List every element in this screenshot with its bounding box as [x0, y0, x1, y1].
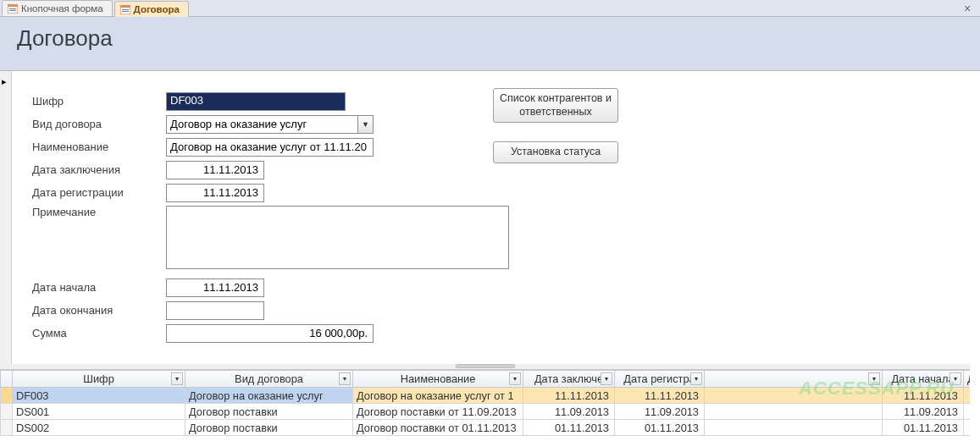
grid: Шифр▾ Вид договора▾ Наименование▾ Дата з… — [0, 370, 970, 436]
col-kind[interactable]: Вид договора▾ — [185, 371, 353, 388]
cell-cipher[interactable]: DF003 — [13, 388, 185, 404]
cell-date-start[interactable]: 11.11.2013 — [883, 388, 964, 404]
col-label: Д — [967, 372, 970, 385]
cell-name[interactable]: Договор поставки от 01.11.2013 — [353, 420, 523, 436]
col-label: Дата регистра — [623, 372, 695, 385]
name-field[interactable] — [166, 138, 374, 157]
row-selector[interactable] — [1, 404, 13, 420]
row-selector[interactable] — [1, 420, 13, 436]
row-selector[interactable] — [1, 388, 13, 404]
label-date-concl: Дата заключения — [32, 163, 166, 176]
chevron-down-icon[interactable]: ▾ — [509, 372, 521, 385]
tab-button-form[interactable]: Кнопочная форма — [2, 0, 113, 16]
label-kind: Вид договора — [32, 118, 166, 130]
col-blank[interactable]: ▾ — [705, 371, 883, 388]
label-sum: Сумма — [32, 327, 166, 339]
cell-kind[interactable]: Договор поставки — [185, 404, 353, 420]
chevron-down-icon[interactable]: ▾ — [868, 372, 880, 385]
cell-cipher[interactable]: DS001 — [13, 404, 185, 420]
kind-combo[interactable]: ▼ — [166, 115, 374, 134]
col-label: Дата начала — [891, 372, 954, 385]
cell-date-reg[interactable]: 11.09.2013 — [615, 404, 705, 420]
cell-blank[interactable] — [705, 420, 883, 436]
chevron-down-icon[interactable]: ▾ — [601, 372, 612, 385]
form-header: Договора — [0, 17, 980, 71]
cell-date-reg[interactable]: 01.11.2013 — [615, 420, 705, 436]
chevron-down-icon[interactable]: ▼ — [357, 116, 373, 133]
label-name: Наименование — [32, 141, 166, 153]
tab-contracts[interactable]: Договора — [114, 1, 189, 17]
tab-strip: Кнопочная форма Договора × — [0, 0, 980, 17]
col-date-concl[interactable]: Дата заключе▾ — [523, 371, 615, 388]
cell-date-concl[interactable]: 01.11.2013 — [523, 420, 615, 436]
cell-date-start[interactable]: 01.11.2013 — [883, 420, 964, 436]
date-reg-field[interactable] — [166, 184, 264, 202]
svg-rect-5 — [120, 5, 130, 8]
form-detail-area: Шифр DF003 Вид договора ▼ Наименование Д… — [12, 71, 980, 345]
action-buttons: Список контрагентов и ответственных Уста… — [493, 88, 618, 163]
cipher-field[interactable]: DF003 — [166, 92, 346, 111]
cell-date-concl[interactable]: 11.09.2013 — [523, 404, 615, 420]
status-button[interactable]: Установка статуса — [493, 141, 618, 163]
table-row[interactable]: DS001 Договор поставки Договор поставки … — [1, 404, 971, 420]
label-cipher: Шифр — [32, 95, 166, 107]
col-label: Дата заключе — [534, 372, 603, 385]
kind-combo-input[interactable] — [167, 116, 357, 133]
scroll-thumb[interactable] — [456, 364, 515, 368]
grid-corner[interactable] — [1, 371, 13, 388]
cell-cipher[interactable]: DS002 — [13, 420, 185, 436]
cell-name[interactable]: Договор на оказание услуг от 1 — [353, 388, 523, 404]
col-label: Шифр — [83, 372, 114, 385]
form-icon — [120, 5, 130, 14]
date-concl-field[interactable] — [166, 161, 264, 179]
col-label: Наименование — [401, 372, 476, 385]
label-date-start: Дата начала — [32, 281, 166, 294]
table-row[interactable]: DF003 Договор на оказание услуг Договор … — [1, 388, 971, 404]
note-field[interactable] — [166, 206, 509, 269]
label-date-end: Дата окончания — [32, 304, 166, 317]
record-selector[interactable]: ▸ — [0, 71, 12, 367]
cell-date-reg[interactable]: 11.11.2013 — [615, 388, 705, 404]
sum-field[interactable] — [166, 324, 374, 343]
col-date-start[interactable]: Дата начала▾ — [883, 371, 964, 388]
subform-datasheet: Шифр▾ Вид договора▾ Наименование▾ Дата з… — [0, 369, 970, 436]
cell-date-concl[interactable]: 11.11.2013 — [523, 388, 615, 404]
current-record-marker-icon: ▸ — [2, 76, 7, 87]
page-title: Договора — [17, 25, 980, 52]
col-label: Вид договора — [235, 372, 303, 385]
form-icon — [8, 4, 18, 14]
label-note: Примечание — [32, 206, 166, 218]
col-name[interactable]: Наименование▾ — [353, 371, 523, 388]
label-date-reg: Дата регистрации — [32, 186, 166, 199]
chevron-down-icon[interactable]: ▾ — [950, 372, 961, 385]
col-cipher[interactable]: Шифр▾ — [13, 371, 185, 388]
cell-last[interactable] — [964, 388, 971, 404]
cell-blank[interactable] — [705, 404, 883, 420]
chevron-down-icon[interactable]: ▾ — [690, 372, 702, 385]
date-start-field[interactable] — [166, 278, 264, 297]
cell-kind[interactable]: Договор на оказание услуг — [185, 388, 353, 404]
col-last[interactable]: Д — [964, 371, 971, 388]
tab-label: Договора — [134, 4, 180, 14]
table-row[interactable]: DS002 Договор поставки Договор поставки … — [1, 420, 971, 436]
svg-rect-6 — [122, 9, 129, 10]
tab-label: Кнопочная форма — [21, 3, 103, 14]
date-end-field[interactable] — [166, 301, 264, 320]
col-date-reg[interactable]: Дата регистра▾ — [615, 371, 705, 388]
contractors-button[interactable]: Список контрагентов и ответственных — [493, 88, 618, 123]
cell-kind[interactable]: Договор поставки — [185, 420, 353, 436]
cell-blank[interactable] — [705, 388, 883, 404]
cell-last[interactable] — [964, 404, 971, 420]
svg-rect-3 — [9, 10, 16, 11]
cell-last[interactable] — [964, 420, 971, 436]
chevron-down-icon[interactable]: ▾ — [171, 372, 183, 385]
svg-rect-2 — [9, 8, 16, 9]
cell-name[interactable]: Договор поставки от 11.09.2013 — [353, 404, 523, 420]
close-icon[interactable]: × — [960, 1, 975, 16]
svg-rect-7 — [122, 11, 129, 12]
chevron-down-icon[interactable]: ▾ — [339, 372, 351, 385]
cell-date-start[interactable]: 11.09.2013 — [883, 404, 964, 420]
svg-rect-1 — [8, 4, 18, 7]
